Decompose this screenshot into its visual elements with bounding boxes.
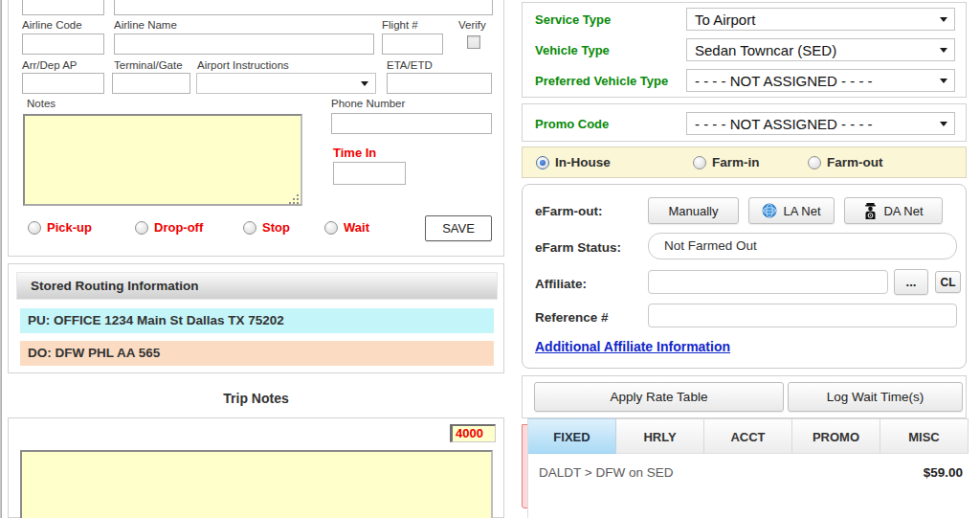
wait-option-label: Wait [344, 220, 369, 235]
tab-fixed[interactable]: FIXED [528, 418, 616, 454]
vehicle-type-label: Vehicle Type [535, 43, 610, 57]
airport-instructions-label: Airport Instructions [197, 59, 289, 71]
rate-tab-content: DALDT > DFW on SED $59.00 [528, 454, 969, 518]
farm-out-radio-icon [808, 156, 821, 169]
tab-promo[interactable]: PROMO [792, 418, 880, 454]
rate-buttons-panel: Apply Rate Table Log Wait Time(s) [522, 375, 967, 418]
apply-rate-table-button[interactable]: Apply Rate Table [534, 382, 784, 412]
tab-misc[interactable]: MISC [880, 418, 969, 454]
terminal-gate-label: Terminal/Gate [114, 59, 183, 71]
service-type-select[interactable]: To Airport [686, 8, 955, 31]
trip-notes-panel: 4000 [8, 417, 504, 518]
reference-input[interactable] [648, 304, 957, 327]
promo-code-value: - - - - NOT ASSIGNED - - - - [695, 116, 873, 132]
rate-tabs-panel: FIXED HRLY ACCT PROMO MISC DALDT > DFW o… [527, 418, 969, 518]
terminal-gate-input[interactable] [112, 73, 190, 94]
efarm-out-label: eFarm-out: [535, 204, 603, 218]
stop-option-label: Stop [262, 220, 290, 235]
log-wait-time-button[interactable]: Log Wait Time(s) [788, 382, 963, 412]
farm-in-option[interactable]: Farm-in [693, 155, 760, 169]
notes-label: Notes [27, 98, 56, 109]
rate-row-description[interactable]: DALDT > DFW on SED [539, 465, 673, 480]
promo-code-select[interactable]: - - - - NOT ASSIGNED - - - - [686, 112, 955, 135]
phone-number-label: Phone Number [331, 98, 405, 109]
vehicle-type-select[interactable]: Sedan Towncar (SED) [686, 38, 955, 61]
efarm-manually-button[interactable]: Manually [648, 197, 739, 224]
dropdown-arrow-icon [940, 48, 947, 53]
efarm-da-net-button[interactable]: DA Net [844, 197, 943, 224]
time-in-label: Time In [333, 146, 376, 160]
globe-icon [762, 203, 777, 218]
partial-input-right[interactable] [114, 0, 493, 15]
chauffeur-icon [863, 203, 878, 219]
la-net-button-label: LA Net [783, 204, 820, 218]
rate-tab-strip: FIXED HRLY ACCT PROMO MISC [528, 418, 969, 454]
airport-instructions-select[interactable] [196, 73, 376, 94]
dropoff-routing-row[interactable]: DO: DFW PHL AA 565 [20, 341, 494, 366]
preferred-vehicle-value: - - - - NOT ASSIGNED - - - - [695, 73, 873, 89]
verify-label: Verify [458, 19, 486, 31]
tab-hrly[interactable]: HRLY [616, 418, 704, 454]
affiliate-browse-button[interactable]: ... [894, 269, 928, 295]
arr-dep-ap-label: Arr/Dep AP [22, 59, 78, 71]
reference-label: Reference # [535, 310, 609, 325]
additional-affiliate-info-link[interactable]: Additional Affiliate Information [535, 339, 730, 354]
da-net-button-label: DA Net [883, 204, 923, 218]
farm-mode-row: In-House Farm-in Farm-out [522, 146, 967, 178]
center-divider [0, 0, 1, 518]
dropdown-arrow-icon [361, 81, 368, 86]
pickup-option-label: Pick-up [47, 220, 92, 235]
stop-radio-icon [243, 221, 256, 235]
save-button[interactable]: SAVE [425, 215, 492, 241]
stored-routing-panel: Stored Routing Information PU: OFFICE 12… [8, 263, 504, 373]
farm-in-option-label: Farm-in [712, 155, 760, 169]
stored-routing-header: Stored Routing Information [16, 272, 498, 300]
trip-notes-title: Trip Notes [8, 391, 504, 406]
eta-etd-input[interactable] [387, 73, 492, 94]
wait-radio-icon [324, 221, 338, 235]
arr-dep-ap-input[interactable] [22, 73, 104, 94]
dropoff-option[interactable]: Drop-off [135, 220, 203, 235]
time-in-input[interactable] [333, 162, 406, 185]
trip-notes-textarea[interactable] [20, 450, 493, 518]
dropoff-radio-icon [135, 221, 148, 235]
in-house-radio-icon [536, 156, 549, 169]
preferred-vehicle-select[interactable]: - - - - NOT ASSIGNED - - - - [686, 69, 955, 92]
verify-checkbox[interactable] [467, 35, 480, 49]
airline-name-input[interactable] [114, 34, 374, 55]
affiliate-clear-button[interactable]: CL [935, 271, 961, 293]
pickup-routing-row[interactable]: PU: OFFICE 1234 Main St Dallas TX 75202 [20, 308, 494, 333]
stop-option[interactable]: Stop [243, 220, 290, 235]
wait-option[interactable]: Wait [324, 220, 369, 235]
efarm-panel: eFarm-out: Manually LA Net DA Net eFarm … [522, 184, 967, 369]
flight-number-input[interactable] [382, 34, 443, 55]
vehicle-type-value: Sedan Towncar (SED) [695, 42, 836, 58]
promo-code-label: Promo Code [535, 117, 609, 131]
affiliate-label: Affiliate: [535, 277, 587, 291]
notes-textarea[interactable] [23, 114, 302, 206]
in-house-option[interactable]: In-House [536, 155, 611, 169]
in-house-option-label: In-House [555, 155, 611, 169]
resize-grip-icon[interactable] [289, 194, 299, 204]
farm-out-option[interactable]: Farm-out [808, 155, 883, 169]
efarm-la-net-button[interactable]: LA Net [748, 197, 835, 224]
farm-out-option-label: Farm-out [827, 155, 883, 169]
dropoff-option-label: Drop-off [154, 220, 203, 235]
phone-number-input[interactable] [331, 113, 492, 134]
farm-in-radio-icon [693, 156, 706, 169]
pickup-option[interactable]: Pick-up [28, 220, 92, 235]
efarm-status-label: eFarm Status: [535, 240, 621, 255]
flight-number-label: Flight # [382, 19, 418, 31]
service-vehicle-panel: Service Type To Airport Vehicle Type Sed… [522, 2, 967, 98]
service-type-label: Service Type [535, 12, 611, 27]
efarm-status-value: Not Farmed Out [648, 233, 957, 259]
preferred-vehicle-label: Preferred Vehicle Type [535, 74, 668, 88]
dropdown-arrow-icon [940, 79, 947, 83]
promo-code-panel: Promo Code - - - - NOT ASSIGNED - - - - [522, 103, 967, 142]
dropdown-arrow-icon [940, 122, 947, 126]
tab-acct[interactable]: ACCT [704, 418, 792, 454]
pickup-radio-icon [28, 221, 41, 235]
affiliate-input[interactable] [648, 270, 888, 294]
partial-input-left[interactable] [22, 0, 104, 15]
airline-code-input[interactable] [22, 34, 104, 55]
